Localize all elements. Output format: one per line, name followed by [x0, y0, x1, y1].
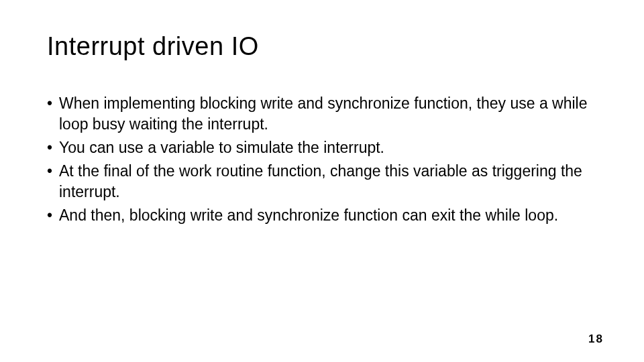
list-item: You can use a variable to simulate the i… — [47, 137, 597, 158]
list-item: And then, blocking write and synchronize… — [47, 205, 597, 226]
page-number: 18 — [588, 333, 604, 346]
list-item: When implementing blocking write and syn… — [47, 93, 597, 135]
slide-title: Interrupt driven IO — [47, 32, 597, 61]
bullet-list: When implementing blocking write and syn… — [47, 93, 597, 226]
slide: Interrupt driven IO When implementing bl… — [0, 0, 644, 362]
list-item: At the final of the work routine functio… — [47, 161, 597, 202]
